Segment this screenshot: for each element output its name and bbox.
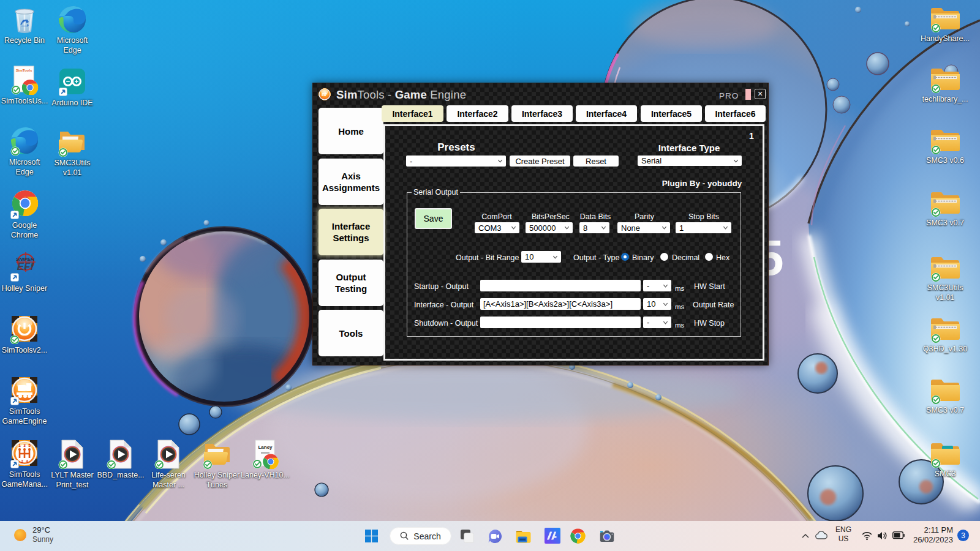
svg-text:3: 3 [23, 443, 26, 448]
svg-text:4: 4 [26, 459, 28, 463]
svg-text:1: 1 [18, 443, 21, 448]
svg-text:2: 2 [21, 459, 23, 463]
svg-text:Laney: Laney [258, 444, 273, 450]
svg-text:EFI: EFI [17, 261, 34, 272]
svg-text:5: 5 [28, 443, 31, 448]
svg-text:SimTools: SimTools [16, 69, 32, 72]
